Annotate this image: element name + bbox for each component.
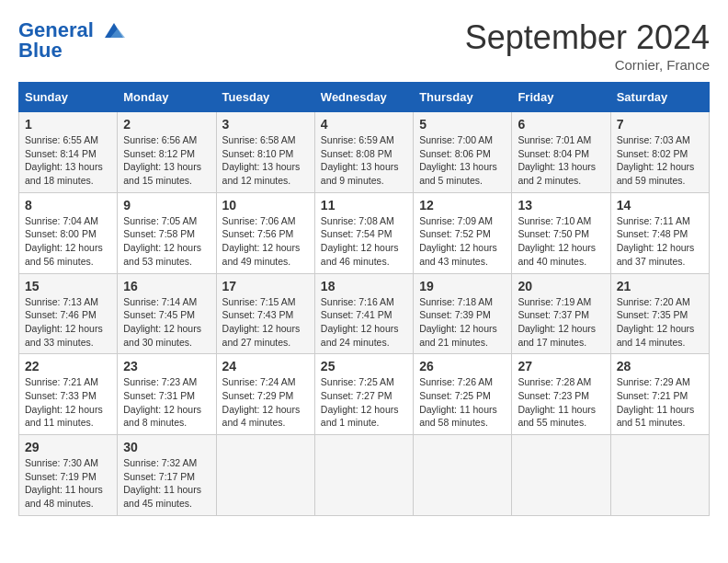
calendar-cell: 2Sunrise: 6:56 AMSunset: 8:12 PMDaylight…: [118, 112, 216, 193]
day-detail: Sunrise: 7:21 AMSunset: 7:33 PMDaylight:…: [25, 375, 111, 430]
day-number: 15: [25, 279, 111, 293]
day-detail: Sunrise: 6:58 AMSunset: 8:10 PMDaylight:…: [222, 133, 309, 188]
day-number: 1: [25, 117, 111, 132]
day-detail: Sunrise: 7:08 AMSunset: 7:54 PMDaylight:…: [321, 214, 407, 269]
calendar-header-row: SundayMondayTuesdayWednesdayThursdayFrid…: [19, 83, 710, 112]
day-detail: Sunrise: 7:09 AMSunset: 7:52 PMDaylight:…: [419, 214, 506, 269]
day-detail: Sunrise: 7:00 AMSunset: 8:06 PMDaylight:…: [419, 133, 506, 188]
day-number: 22: [25, 359, 111, 373]
day-detail: Sunrise: 7:25 AMSunset: 7:27 PMDaylight:…: [321, 375, 407, 430]
calendar-table: SundayMondayTuesdayWednesdayThursdayFrid…: [18, 82, 710, 516]
page-header: General Blue September 2024 Cornier, Fra…: [18, 18, 710, 73]
calendar-cell: 27Sunrise: 7:28 AMSunset: 7:23 PMDayligh…: [512, 354, 610, 435]
day-number: 19: [419, 279, 506, 293]
day-number: 3: [222, 117, 309, 132]
day-number: 11: [321, 198, 407, 213]
calendar-cell: [314, 435, 413, 516]
day-number: 30: [123, 440, 210, 454]
day-detail: Sunrise: 7:23 AMSunset: 7:31 PMDaylight:…: [123, 375, 210, 430]
day-number: 4: [321, 117, 407, 132]
calendar-cell: [512, 435, 610, 516]
day-number: 25: [321, 359, 407, 373]
calendar-cell: 1Sunrise: 6:55 AMSunset: 8:14 PMDaylight…: [19, 112, 118, 193]
day-detail: Sunrise: 6:59 AMSunset: 8:08 PMDaylight:…: [321, 133, 407, 188]
day-number: 9: [123, 198, 210, 213]
column-header-monday: Monday: [118, 83, 216, 112]
day-detail: Sunrise: 7:04 AMSunset: 8:00 PMDaylight:…: [25, 214, 111, 269]
day-detail: Sunrise: 7:26 AMSunset: 7:25 PMDaylight:…: [419, 375, 506, 430]
day-number: 27: [518, 359, 604, 373]
day-number: 14: [617, 198, 703, 213]
day-number: 21: [617, 279, 703, 293]
calendar-cell: 8Sunrise: 7:04 AMSunset: 8:00 PMDaylight…: [19, 192, 118, 273]
column-header-wednesday: Wednesday: [314, 83, 413, 112]
calendar-cell: 14Sunrise: 7:11 AMSunset: 7:48 PMDayligh…: [610, 192, 709, 273]
calendar-week-4: 22Sunrise: 7:21 AMSunset: 7:33 PMDayligh…: [19, 354, 710, 435]
calendar-cell: 30Sunrise: 7:32 AMSunset: 7:17 PMDayligh…: [118, 435, 216, 516]
day-detail: Sunrise: 7:18 AMSunset: 7:39 PMDaylight:…: [419, 295, 506, 350]
day-detail: Sunrise: 7:13 AMSunset: 7:46 PMDaylight:…: [25, 295, 111, 350]
month-title: September 2024: [465, 18, 710, 57]
calendar-cell: 21Sunrise: 7:20 AMSunset: 7:35 PMDayligh…: [610, 273, 709, 354]
calendar-cell: 25Sunrise: 7:25 AMSunset: 7:27 PMDayligh…: [314, 354, 413, 435]
calendar-cell: 6Sunrise: 7:01 AMSunset: 8:04 PMDaylight…: [512, 112, 610, 193]
day-detail: Sunrise: 7:06 AMSunset: 7:56 PMDaylight:…: [222, 214, 309, 269]
calendar-cell: 10Sunrise: 7:06 AMSunset: 7:56 PMDayligh…: [216, 192, 314, 273]
column-header-tuesday: Tuesday: [216, 83, 314, 112]
title-section: September 2024 Cornier, France: [465, 18, 710, 73]
calendar-cell: 22Sunrise: 7:21 AMSunset: 7:33 PMDayligh…: [19, 354, 118, 435]
day-number: 28: [617, 359, 703, 373]
calendar-cell: 5Sunrise: 7:00 AMSunset: 8:06 PMDaylight…: [414, 112, 512, 193]
calendar-cell: 3Sunrise: 6:58 AMSunset: 8:10 PMDaylight…: [216, 112, 314, 193]
calendar-cell: 11Sunrise: 7:08 AMSunset: 7:54 PMDayligh…: [314, 192, 413, 273]
day-number: 12: [419, 198, 506, 213]
calendar-cell: 24Sunrise: 7:24 AMSunset: 7:29 PMDayligh…: [216, 354, 314, 435]
calendar-cell: [216, 435, 314, 516]
day-number: 29: [25, 440, 111, 454]
day-number: 20: [518, 279, 604, 293]
calendar-cell: 7Sunrise: 7:03 AMSunset: 8:02 PMDaylight…: [610, 112, 709, 193]
calendar-cell: 15Sunrise: 7:13 AMSunset: 7:46 PMDayligh…: [19, 273, 118, 354]
calendar-cell: 20Sunrise: 7:19 AMSunset: 7:37 PMDayligh…: [512, 273, 610, 354]
column-header-saturday: Saturday: [610, 83, 709, 112]
day-detail: Sunrise: 7:24 AMSunset: 7:29 PMDaylight:…: [222, 375, 309, 430]
day-detail: Sunrise: 7:29 AMSunset: 7:21 PMDaylight:…: [617, 375, 703, 430]
day-detail: Sunrise: 7:19 AMSunset: 7:37 PMDaylight:…: [518, 295, 604, 350]
column-header-friday: Friday: [512, 83, 610, 112]
day-number: 16: [123, 279, 210, 293]
logo: General Blue: [18, 18, 129, 63]
day-number: 18: [321, 279, 407, 293]
day-number: 10: [222, 198, 309, 213]
day-number: 6: [518, 117, 604, 132]
column-header-sunday: Sunday: [19, 83, 118, 112]
calendar-week-3: 15Sunrise: 7:13 AMSunset: 7:46 PMDayligh…: [19, 273, 710, 354]
column-header-thursday: Thursday: [414, 83, 512, 112]
calendar-cell: 19Sunrise: 7:18 AMSunset: 7:39 PMDayligh…: [414, 273, 512, 354]
calendar-cell: 17Sunrise: 7:15 AMSunset: 7:43 PMDayligh…: [216, 273, 314, 354]
location: Cornier, France: [465, 57, 710, 73]
day-detail: Sunrise: 7:05 AMSunset: 7:58 PMDaylight:…: [123, 214, 210, 269]
day-detail: Sunrise: 7:20 AMSunset: 7:35 PMDaylight:…: [617, 295, 703, 350]
calendar-cell: 29Sunrise: 7:30 AMSunset: 7:19 PMDayligh…: [19, 435, 118, 516]
calendar-cell: 4Sunrise: 6:59 AMSunset: 8:08 PMDaylight…: [314, 112, 413, 193]
day-number: 5: [419, 117, 506, 132]
day-detail: Sunrise: 7:14 AMSunset: 7:45 PMDaylight:…: [123, 295, 210, 350]
day-number: 17: [222, 279, 309, 293]
day-detail: Sunrise: 6:56 AMSunset: 8:12 PMDaylight:…: [123, 133, 210, 188]
day-detail: Sunrise: 7:15 AMSunset: 7:43 PMDaylight:…: [222, 295, 309, 350]
day-detail: Sunrise: 7:30 AMSunset: 7:19 PMDaylight:…: [25, 456, 111, 511]
calendar-week-5: 29Sunrise: 7:30 AMSunset: 7:19 PMDayligh…: [19, 435, 710, 516]
day-detail: Sunrise: 6:55 AMSunset: 8:14 PMDaylight:…: [25, 133, 111, 188]
day-detail: Sunrise: 7:10 AMSunset: 7:50 PMDaylight:…: [518, 214, 604, 269]
day-number: 23: [123, 359, 210, 373]
calendar-week-1: 1Sunrise: 6:55 AMSunset: 8:14 PMDaylight…: [19, 112, 710, 193]
day-number: 26: [419, 359, 506, 373]
calendar-cell: 23Sunrise: 7:23 AMSunset: 7:31 PMDayligh…: [118, 354, 216, 435]
calendar-cell: 26Sunrise: 7:26 AMSunset: 7:25 PMDayligh…: [414, 354, 512, 435]
day-number: 13: [518, 198, 604, 213]
day-detail: Sunrise: 7:11 AMSunset: 7:48 PMDaylight:…: [617, 214, 703, 269]
calendar-cell: 9Sunrise: 7:05 AMSunset: 7:58 PMDaylight…: [118, 192, 216, 273]
calendar-week-2: 8Sunrise: 7:04 AMSunset: 8:00 PMDaylight…: [19, 192, 710, 273]
day-detail: Sunrise: 7:28 AMSunset: 7:23 PMDaylight:…: [518, 375, 604, 430]
day-number: 24: [222, 359, 309, 373]
